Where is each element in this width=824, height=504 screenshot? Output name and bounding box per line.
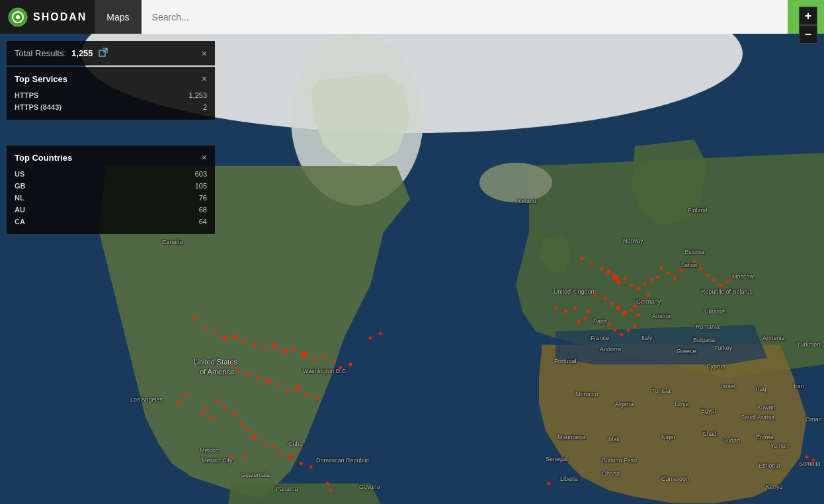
countries-panel: Top Countries × US 603GB 105NL 76AU 68CA… — [7, 146, 215, 234]
map-dot — [243, 340, 247, 343]
service-count-1: 2 — [203, 103, 207, 111]
services-row: HTTPS 1,253 — [15, 89, 207, 101]
country-row: NL 76 — [15, 192, 207, 204]
country-count-1: 105 — [195, 182, 207, 190]
map-dot — [606, 270, 611, 274]
country-name-3: AU — [15, 206, 25, 214]
country-count-3: 68 — [199, 206, 207, 214]
map-dot — [667, 272, 670, 275]
map-dot — [634, 305, 637, 308]
map-dot — [574, 307, 577, 310]
country-name-2: NL — [15, 194, 24, 202]
results-external-link[interactable] — [99, 48, 108, 59]
map-dot — [289, 455, 294, 460]
map-dot — [733, 276, 736, 279]
map-dot — [673, 277, 677, 280]
map-dot — [194, 317, 197, 320]
map-dot — [309, 466, 313, 469]
map-dot — [647, 294, 650, 297]
map-dot — [720, 284, 723, 287]
services-panel: Top Services × HTTPS 1,253HTTPS (8443) 2 — [7, 67, 215, 120]
country-count-0: 603 — [195, 170, 207, 178]
map-dot — [240, 423, 243, 426]
results-panel: Total Results: 1,255 × — [7, 41, 215, 65]
close-services-button[interactable]: × — [202, 73, 207, 84]
country-row: GB 105 — [15, 180, 207, 192]
map-dot — [577, 320, 581, 323]
services-row: HTTPS (8443) 2 — [15, 101, 207, 113]
country-name-0: US — [15, 170, 24, 178]
country-count-2: 76 — [199, 194, 207, 202]
country-row: CA 64 — [15, 216, 207, 228]
map-dot — [607, 323, 610, 327]
map-dot — [184, 393, 187, 396]
map-dot — [306, 393, 309, 396]
results-count: 1,255 — [71, 48, 93, 58]
map-dot — [217, 399, 220, 403]
map-dot — [313, 357, 316, 360]
map-dot — [706, 274, 710, 277]
map-dot — [726, 280, 729, 284]
map-dot — [637, 314, 640, 317]
map-dot — [620, 333, 624, 337]
map-dot — [257, 376, 260, 380]
map-dot — [233, 335, 237, 339]
logo-area: Shodan — [0, 7, 95, 27]
map-dot — [286, 390, 290, 393]
map-dot — [587, 310, 591, 314]
services-panel-header: Top Services × — [15, 73, 207, 84]
map-dot — [594, 294, 597, 297]
map-dot — [323, 355, 326, 358]
map-dot — [591, 263, 594, 266]
map-dot — [276, 383, 280, 386]
map-dot — [237, 370, 240, 373]
map-dot — [624, 277, 627, 280]
shodan-logo-icon — [8, 7, 28, 27]
external-link-icon — [99, 48, 108, 57]
map-dot — [230, 363, 233, 366]
map-dot — [369, 337, 372, 340]
zoom-out-button[interactable]: − — [799, 25, 817, 44]
close-results-button[interactable]: × — [202, 48, 207, 59]
map-dot — [263, 347, 267, 350]
zoom-in-button[interactable]: + — [799, 7, 817, 25]
services-title: Top Services — [15, 74, 67, 84]
close-countries-button[interactable]: × — [202, 152, 207, 163]
map-dot — [329, 489, 333, 492]
map-dot — [650, 278, 653, 282]
country-count-4: 64 — [199, 218, 207, 226]
map-dot — [805, 456, 809, 459]
map-dot — [316, 396, 319, 399]
map-dot — [581, 257, 584, 261]
map-dot — [333, 360, 336, 363]
map-dot — [243, 456, 247, 459]
map-dot — [272, 344, 277, 349]
map-dot — [616, 280, 621, 284]
map-dot — [266, 379, 270, 384]
map-dot — [200, 413, 204, 416]
map-dot — [616, 306, 621, 311]
map-dot — [634, 325, 637, 328]
map-dot — [293, 349, 296, 352]
map-dot — [223, 336, 227, 341]
map-dot — [640, 300, 643, 304]
map-dot — [204, 327, 207, 330]
service-count-0: 1,253 — [188, 91, 207, 99]
search-input[interactable] — [142, 0, 788, 34]
map-dot — [329, 370, 333, 373]
map-dot — [280, 452, 283, 456]
header: Shodan Maps — [0, 0, 824, 34]
map-dot — [554, 307, 557, 310]
map-dot — [630, 284, 634, 287]
map-dot — [604, 297, 607, 300]
map-dot — [282, 349, 287, 354]
map-dot — [263, 442, 267, 446]
map-dot — [812, 459, 815, 462]
map-dot — [210, 416, 214, 419]
services-rows: HTTPS 1,253HTTPS (8443) 2 — [15, 89, 207, 113]
map-dot — [339, 366, 343, 370]
map-dot — [630, 309, 634, 312]
maps-tab[interactable]: Maps — [95, 0, 141, 34]
results-label: Total Results: — [15, 48, 66, 58]
map-dot — [177, 401, 181, 405]
